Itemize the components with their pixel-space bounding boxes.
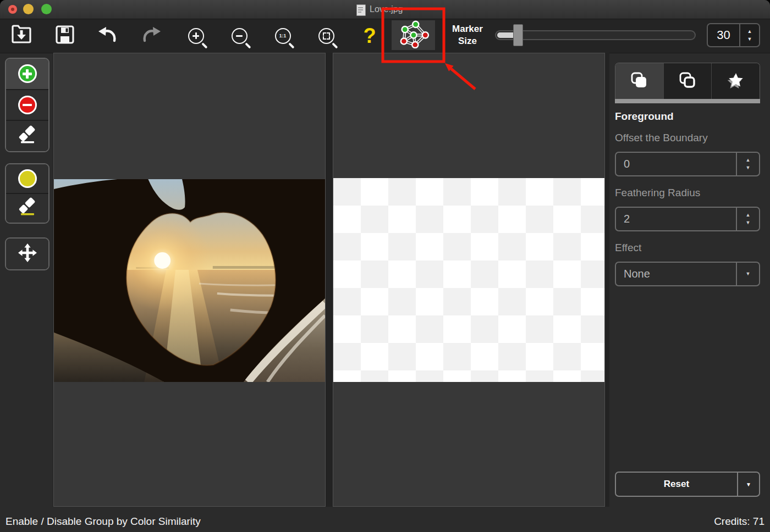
offset-boundary-field[interactable]: 0 ▲ ▼: [615, 152, 760, 176]
zoom-in-icon: [188, 28, 204, 44]
highlight-tool-group: [5, 163, 50, 224]
window-title: Love.jpg: [370, 4, 403, 14]
toolbar: 1:1 ?: [0, 19, 770, 53]
offset-steppers: ▲ ▼: [736, 153, 759, 175]
result-preview-panel[interactable]: [333, 53, 605, 507]
tab-favorites[interactable]: [711, 63, 760, 99]
minimize-window-button[interactable]: [23, 4, 34, 14]
step-down-icon[interactable]: ▼: [747, 37, 752, 42]
eraser-icon: [17, 126, 38, 147]
canvas-area: [53, 53, 609, 507]
inspector-heading: Foreground: [615, 110, 674, 123]
source-image-canvas[interactable]: [54, 179, 325, 382]
yellow-circle-icon: [18, 169, 37, 188]
folder-download-icon: [10, 24, 32, 48]
undo-arrow-icon: [97, 25, 118, 46]
move-tool-button[interactable]: [6, 239, 48, 269]
feathering-radius-label: Feathering Radius: [615, 187, 700, 199]
red-minus-icon: [18, 96, 37, 114]
star-icon: [727, 71, 745, 91]
zoom-actual-size-button[interactable]: 1:1: [270, 21, 296, 51]
reset-label: Reset: [616, 473, 737, 496]
reset-dropdown-arrow-icon[interactable]: ▼: [737, 473, 759, 496]
document-icon: [356, 4, 366, 16]
save-button[interactable]: [52, 21, 78, 51]
zoom-1-1-icon: 1:1: [275, 28, 291, 44]
offset-boundary-label: Offset the Boundary: [615, 132, 708, 144]
marker-size-slider[interactable]: [495, 30, 696, 40]
layers-filled-icon: [631, 72, 647, 91]
reset-button[interactable]: Reset ▼: [615, 472, 760, 497]
titlebar: Love.jpg: [0, 0, 770, 19]
step-up-icon[interactable]: ▲: [746, 158, 751, 163]
feathering-radius-value: 2: [616, 208, 736, 230]
highlight-marker-button[interactable]: [6, 164, 48, 193]
move-arrows-icon: [18, 243, 37, 264]
status-bar: Enable / Disable Group by Color Similari…: [0, 511, 770, 532]
marker-size-label: Marker Size: [443, 23, 492, 47]
step-down-icon[interactable]: ▼: [746, 220, 751, 225]
close-window-button[interactable]: [8, 5, 17, 14]
zoom-fit-icon: [318, 28, 334, 44]
move-tool-group: [5, 237, 50, 270]
zoom-out-icon: [232, 28, 248, 44]
transparency-checkerboard[interactable]: [333, 178, 604, 382]
source-image-panel[interactable]: [53, 53, 326, 507]
zoom-out-button[interactable]: [226, 21, 252, 51]
floppy-icon: [55, 25, 75, 47]
help-button[interactable]: ?: [356, 21, 383, 51]
marker-eraser-button[interactable]: [6, 120, 48, 151]
marker-size-spinbox[interactable]: 30 ▲ ▼: [707, 23, 760, 47]
credits-counter: Credits: 71: [714, 516, 765, 528]
remove-background-marker-button[interactable]: [6, 89, 48, 120]
step-down-icon[interactable]: ▼: [746, 165, 751, 170]
offset-boundary-value: 0: [616, 153, 736, 175]
effect-dropdown[interactable]: None ▼: [615, 262, 760, 286]
marker-size-steppers: ▲ ▼: [739, 24, 759, 46]
redo-arrow-icon: [141, 25, 162, 46]
feathering-steppers: ▲ ▼: [736, 208, 759, 230]
redo-button[interactable]: [138, 21, 164, 51]
tab-underline: [615, 99, 760, 103]
marker-size-slider-handle[interactable]: [513, 24, 523, 46]
effect-value: None: [616, 263, 736, 285]
group-by-color-similarity-button[interactable]: [392, 20, 435, 50]
step-up-icon[interactable]: ▲: [746, 213, 751, 218]
zoom-fit-button[interactable]: [313, 21, 339, 51]
app-window: Love.jpg: [0, 0, 770, 532]
effect-label: Effect: [615, 242, 641, 254]
status-hint-text: Enable / Disable Group by Color Similari…: [6, 516, 201, 528]
add-foreground-marker-button[interactable]: [6, 59, 48, 89]
highlight-eraser-button[interactable]: [6, 193, 48, 223]
feathering-radius-field[interactable]: 2 ▲ ▼: [615, 207, 760, 231]
marker-tool-group: [5, 58, 50, 152]
layers-outline-icon: [679, 72, 696, 91]
eraser-yellow-icon: [17, 198, 38, 219]
zoom-in-button[interactable]: [183, 21, 209, 51]
layer-tabs: [615, 63, 760, 99]
open-image-button[interactable]: [8, 21, 35, 51]
step-up-icon[interactable]: ▲: [747, 29, 752, 34]
color-graph-icon: [397, 20, 431, 51]
dropdown-arrow-icon: ▼: [736, 263, 759, 285]
zoom-window-button[interactable]: [41, 4, 52, 14]
tab-foreground[interactable]: [615, 63, 663, 99]
tab-background[interactable]: [663, 63, 712, 99]
marker-size-value: 30: [708, 24, 739, 46]
question-mark-icon: ?: [363, 25, 376, 46]
undo-button[interactable]: [95, 21, 121, 51]
green-plus-icon: [18, 64, 37, 83]
